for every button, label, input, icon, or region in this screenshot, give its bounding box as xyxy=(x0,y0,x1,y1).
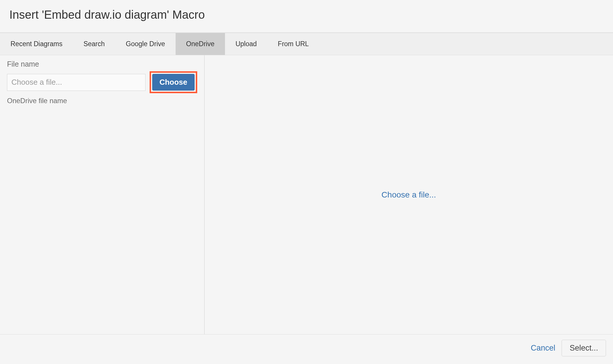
dialog-header: Insert 'Embed draw.io diagram' Macro xyxy=(0,0,613,32)
left-pane: File name Choose OneDrive file name xyxy=(0,55,205,334)
dialog-title: Insert 'Embed draw.io diagram' Macro xyxy=(9,8,604,21)
tab-upload[interactable]: Upload xyxy=(225,33,267,55)
cancel-button[interactable]: Cancel xyxy=(531,344,555,353)
choose-file-message: Choose a file... xyxy=(382,190,436,200)
choose-button-highlight: Choose xyxy=(150,71,197,93)
tab-google-drive[interactable]: Google Drive xyxy=(115,33,176,55)
tab-recent-diagrams[interactable]: Recent Diagrams xyxy=(0,33,73,55)
tab-search[interactable]: Search xyxy=(73,33,115,55)
file-name-help: OneDrive file name xyxy=(7,97,197,105)
tab-from-url[interactable]: From URL xyxy=(267,33,319,55)
right-pane: Choose a file... xyxy=(205,55,613,334)
file-name-label: File name xyxy=(7,60,197,68)
file-name-input[interactable] xyxy=(7,74,146,91)
choose-button[interactable]: Choose xyxy=(152,74,195,91)
dialog-footer: Cancel Select... xyxy=(0,334,613,364)
tab-onedrive[interactable]: OneDrive xyxy=(176,33,225,55)
select-button[interactable]: Select... xyxy=(562,340,606,356)
tab-bar: Recent Diagrams Search Google Drive OneD… xyxy=(0,33,613,55)
file-name-row: Choose xyxy=(7,71,197,93)
main-content: File name Choose OneDrive file name Choo… xyxy=(0,55,613,334)
